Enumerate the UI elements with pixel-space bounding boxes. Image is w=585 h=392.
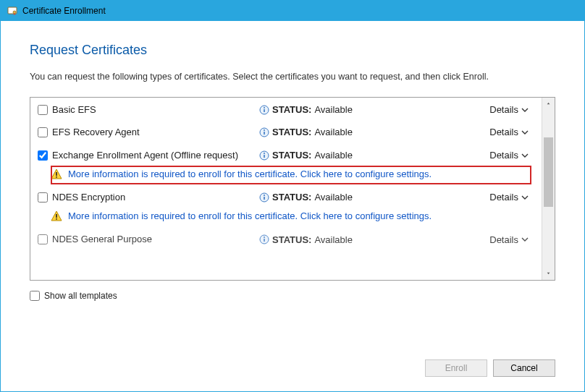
status-value: Available	[314, 150, 353, 161]
cert-row-efs-recovery[interactable]: EFS Recovery Agent STATUS: Available Det…	[30, 121, 542, 144]
details-toggle[interactable]: Details	[465, 104, 537, 115]
svg-rect-6	[264, 132, 265, 135]
cert-checkbox-basic-efs[interactable]	[38, 105, 48, 115]
svg-rect-3	[264, 109, 265, 112]
titlebar: Certificate Enrollment	[1, 1, 584, 21]
certificate-enrollment-window: Certificate Enrollment Request Certifica…	[0, 0, 585, 392]
status-value: Available	[314, 127, 353, 137]
info-icon	[259, 234, 269, 244]
cert-name: Basic EFS	[52, 104, 259, 116]
status-cell: STATUS: Available	[259, 192, 465, 203]
scrollbar-thumb[interactable]	[544, 137, 553, 207]
cert-checkbox-efs-recovery[interactable]	[38, 127, 48, 137]
svg-point-7	[264, 129, 265, 131]
chevron-down-icon	[521, 152, 529, 159]
svg-rect-11	[56, 172, 57, 176]
info-icon	[259, 127, 269, 137]
chevron-down-icon	[521, 194, 529, 201]
cert-name: EFS Recovery Agent	[52, 127, 259, 138]
chevron-down-icon	[521, 129, 529, 136]
chevron-down-icon	[521, 106, 529, 114]
status-cell: STATUS: Available	[259, 127, 465, 137]
page-title: Request Certificates	[30, 43, 555, 58]
status-label: STATUS:	[272, 192, 311, 203]
instruction-text: You can request the following types of c…	[30, 71, 555, 84]
window-title: Certificate Enrollment	[22, 6, 106, 16]
certificate-icon	[7, 5, 18, 17]
status-cell: STATUS: Available	[259, 150, 465, 161]
warning-icon	[51, 210, 62, 222]
cert-name: Exchange Enrollment Agent (Offline reque…	[52, 150, 259, 161]
svg-rect-17	[56, 218, 57, 220]
cert-row-ndes-general[interactable]: NDES General Purpose STATUS: Available D…	[30, 228, 542, 251]
cancel-button[interactable]: Cancel	[493, 359, 555, 377]
certificate-list-frame: Basic EFS STATUS: Available Details	[30, 97, 555, 281]
status-label: STATUS:	[272, 150, 311, 161]
scrollbar[interactable]	[542, 98, 555, 280]
status-value: Available	[314, 234, 353, 245]
cert-name: NDES Encryption	[52, 192, 259, 203]
scroll-down-button[interactable]	[542, 268, 555, 280]
status-value: Available	[314, 104, 353, 115]
details-toggle[interactable]: Details	[465, 234, 537, 245]
info-icon	[259, 192, 269, 203]
cert-checkbox-exchange-agent[interactable]	[38, 150, 48, 161]
status-label: STATUS:	[272, 234, 311, 245]
svg-rect-14	[264, 197, 265, 200]
warning-icon	[51, 169, 62, 180]
dialog-button-row: Enroll Cancel	[30, 345, 555, 377]
cert-name: NDES General Purpose	[52, 234, 259, 245]
info-icon	[259, 150, 269, 161]
details-toggle[interactable]: Details	[465, 127, 537, 137]
warning-row-exchange-agent: More information is required to enroll f…	[30, 167, 542, 186]
svg-point-4	[264, 107, 265, 108]
svg-rect-19	[264, 239, 265, 242]
show-all-row: Show all templates	[30, 291, 555, 301]
scrollbar-track[interactable]	[542, 110, 555, 268]
svg-rect-9	[264, 155, 265, 158]
scroll-up-button[interactable]	[542, 98, 555, 110]
show-all-checkbox[interactable]	[30, 291, 40, 301]
configure-link[interactable]: More information is required to enroll f…	[68, 210, 432, 221]
cert-checkbox-ndes-encryption[interactable]	[38, 192, 48, 203]
status-value: Available	[314, 192, 353, 203]
svg-rect-16	[56, 214, 57, 218]
cert-row-ndes-encryption[interactable]: NDES Encryption STATUS: Available Detail…	[30, 186, 542, 209]
svg-point-10	[264, 153, 265, 154]
configure-link[interactable]: More information is required to enroll f…	[68, 169, 432, 179]
svg-point-15	[264, 195, 265, 196]
svg-rect-12	[56, 176, 57, 178]
details-toggle[interactable]: Details	[465, 192, 537, 203]
info-icon	[259, 105, 269, 115]
status-label: STATUS:	[272, 104, 311, 115]
enroll-button[interactable]: Enroll	[425, 359, 487, 377]
cert-checkbox-ndes-general[interactable]	[38, 234, 48, 244]
content-area: Request Certificates You can request the…	[1, 21, 584, 391]
cert-row-basic-efs[interactable]: Basic EFS STATUS: Available Details	[30, 98, 542, 121]
show-all-label[interactable]: Show all templates	[44, 291, 117, 301]
cert-row-exchange-agent[interactable]: Exchange Enrollment Agent (Offline reque…	[30, 144, 542, 167]
svg-point-20	[264, 237, 265, 238]
status-cell: STATUS: Available	[259, 104, 465, 115]
svg-point-1	[13, 11, 16, 14]
chevron-down-icon	[521, 236, 529, 243]
certificate-list: Basic EFS STATUS: Available Details	[30, 98, 542, 280]
warning-row-ndes-encryption: More information is required to enroll f…	[30, 209, 542, 228]
status-cell: STATUS: Available	[259, 234, 465, 245]
status-label: STATUS:	[272, 127, 311, 137]
details-toggle[interactable]: Details	[465, 150, 537, 161]
